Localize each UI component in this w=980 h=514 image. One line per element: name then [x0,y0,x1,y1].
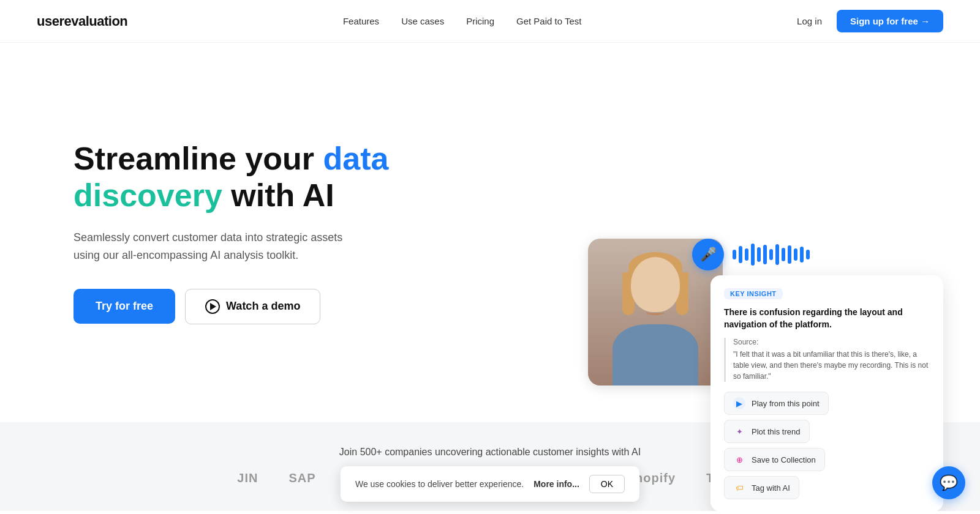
save-collection-button[interactable]: ⊕ Save to Collection [724,448,825,471]
nav-pricing[interactable]: Pricing [466,16,494,26]
navbar: userevaluation Features Use cases Pricin… [0,0,980,43]
save-label: Save to Collection [752,455,816,464]
wave-bar [745,248,748,261]
heading-part3: with AI [222,177,334,213]
save-icon: ⊕ [733,453,745,466]
mic-icon: 🎤 [700,247,717,263]
waveform [733,242,810,267]
key-insight-badge: KEY INSIGHT [724,288,783,299]
person-head [631,257,680,312]
plot-trend-button[interactable]: ✦ Plot this trend [724,420,810,443]
hero-section: Streamline your data discovery with AI S… [0,43,980,422]
heading-teal: discovery [74,177,222,213]
hero-left: Streamline your data discovery with AI S… [74,141,388,324]
watch-demo-button[interactable]: Watch a demo [185,289,320,324]
quote-label: Source: [733,338,930,346]
audio-bar: 🎤 [692,233,810,277]
chat-icon: 💬 [940,474,958,491]
wave-bar [733,250,736,259]
heading-part1: Streamline your [74,141,323,176]
tag-icon: 🏷 [733,482,745,494]
play-from-point-button[interactable]: ▶ Play from this point [724,392,829,415]
wave-bar [782,248,785,261]
play-triangle-icon [210,303,216,310]
tag-ai-button[interactable]: 🏷 Tag with AI [724,476,799,499]
microphone-button[interactable]: 🎤 [692,239,724,270]
trend-label: Plot this trend [752,427,801,436]
play-from-icon: ▶ [733,397,745,409]
quote-text: "I felt that it was a bit unfamiliar tha… [733,349,930,382]
heading-blue: data [323,141,388,176]
company-logo: JIN [237,471,258,485]
login-link[interactable]: Log in [797,16,822,26]
wave-bar [775,244,779,265]
trend-icon: ✦ [733,425,745,438]
nav-features[interactable]: Features [343,16,379,26]
chat-button[interactable]: 💬 [932,466,965,499]
logo[interactable]: userevaluation [37,13,127,29]
insight-title: There is confusion regarding the layout … [724,307,930,330]
cookie-ok-button[interactable]: OK [589,475,625,493]
company-logo: SAP [288,471,315,485]
hero-heading: Streamline your data discovery with AI [74,141,388,214]
insight-quote: Source: "I felt that it was a bit unfami… [724,338,930,382]
wave-bar [788,245,791,264]
demo-label: Watch a demo [226,300,300,313]
wave-bar [769,249,773,260]
cookie-more-link[interactable]: More info... [533,479,579,489]
hero-subtext: Seamlessly convert customer data into st… [74,229,355,264]
nav-get-paid[interactable]: Get Paid to Test [516,16,581,26]
nav-links: Features Use cases Pricing Get Paid to T… [343,16,582,26]
insight-card: KEY INSIGHT There is confusion regarding… [710,275,943,511]
wave-bar [806,250,810,259]
wave-bar [794,248,797,261]
hero-buttons: Try for free Watch a demo [74,289,388,324]
wave-bar [751,244,755,266]
wave-bar [763,245,767,264]
person-smile [646,309,665,315]
signup-button[interactable]: Sign up for free → [837,10,943,32]
wave-bar [800,247,804,263]
play-circle-icon [205,299,220,314]
wave-bar [739,246,742,263]
nav-right: Log in Sign up for free → [797,10,943,32]
tag-label: Tag with AI [752,483,790,493]
cookie-banner: We use cookies to deliver better experie… [341,466,639,502]
try-free-button[interactable]: Try for free [74,289,175,324]
person-body [612,324,698,386]
wave-bar [757,247,761,262]
play-label: Play from this point [752,399,820,408]
cookie-text: We use cookies to deliver better experie… [355,479,524,489]
insight-actions: ▶ Play from this point ✦ Plot this trend… [724,392,930,499]
nav-use-cases[interactable]: Use cases [401,16,444,26]
